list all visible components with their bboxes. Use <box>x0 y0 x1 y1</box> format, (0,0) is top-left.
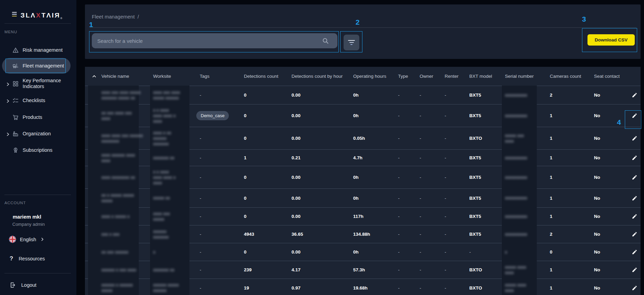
cell-owner: - <box>420 175 445 180</box>
cell-detections-by-hour: 0.00 <box>292 113 353 118</box>
menu-section-label: MENU <box>4 30 17 34</box>
cell-owner: - <box>420 113 445 118</box>
cell-owner: - <box>420 249 445 255</box>
cell-type: - <box>398 214 420 219</box>
cell-detections-count: 0 <box>244 136 292 141</box>
cell-owner: - <box>420 232 445 237</box>
cell-serial-number: xxxxx xxxxxxx <box>505 133 550 144</box>
cell-bxt-model: BXT5 <box>469 214 505 219</box>
column-header-type: Type <box>398 74 420 79</box>
resources-label: Ressources <box>18 256 45 261</box>
cell-tags: - <box>200 93 244 98</box>
annotation-label-2: 2 <box>356 18 360 26</box>
filter-button[interactable] <box>344 35 359 50</box>
sidebar-item-label: Checklists <box>23 98 72 103</box>
cell-bxt-model: BXT5 <box>469 232 505 237</box>
cell-type: - <box>398 93 420 98</box>
cell-tags: Demo_case <box>200 111 244 120</box>
column-header-detections-count-by-hour: Detections count by hour <box>292 74 353 79</box>
column-header-bxt-model: BXT model <box>469 74 505 79</box>
hamburger-menu-icon[interactable] <box>12 12 17 16</box>
cell-detections-by-hour: 0.00 <box>292 93 353 98</box>
cell-detections-count: 0 <box>244 214 292 219</box>
cell-detections-by-hour: 0.00 <box>292 196 353 201</box>
edit-row-button[interactable] <box>630 91 639 99</box>
cell-operating-hours: 19.68h <box>353 285 398 291</box>
cell-tags: - <box>200 175 244 180</box>
sidebar-item-checklists[interactable]: Checklists <box>0 94 76 107</box>
sidebar-item-key-performance-indicators[interactable]: Key Performance Indicators <box>0 77 76 90</box>
resources-link[interactable]: ? Ressources <box>10 255 45 262</box>
cell-detections-count: 239 <box>244 267 292 272</box>
filter-icon <box>348 40 355 45</box>
cell-worksite: xxxx x xxxxxxxxxxxxxxx <box>153 130 200 147</box>
search-input[interactable] <box>92 38 337 44</box>
sidebar-item-fleet-management[interactable]: Fleet management <box>0 59 76 73</box>
cell-bxt-model: BXTO <box>469 285 505 291</box>
sidebar-item-label: Key Performance Indicators <box>23 78 72 89</box>
search-box <box>92 33 337 48</box>
cell-edit <box>630 266 641 274</box>
sidebar-item-label: Subscriptions <box>23 147 72 153</box>
table-row: xxxx xxxx xxx xxxxxxxxxxxxxxxxxx x xxxxx… <box>85 127 641 149</box>
cell-seat-contact: No <box>594 196 630 201</box>
edit-row-button[interactable] <box>630 173 639 182</box>
cell-serial-number: xxxxxxxxxx <box>505 113 550 119</box>
cell-operating-hours: 117h <box>353 214 398 219</box>
edit-row-button[interactable] <box>630 212 639 221</box>
cell-serial-number: xxxxxxxxxx <box>505 175 550 180</box>
fleet-management-app: ЗLΛXTΛIЯ® MENU Risk managementFleet mana… <box>0 0 644 295</box>
sidebar-divider <box>4 273 71 273</box>
cell-cameras-count: 2 <box>550 232 594 237</box>
logout-button[interactable]: Logout <box>10 282 36 288</box>
cell-detections-by-hour: 0.21 <box>292 155 353 160</box>
column-header-vehicle-name[interactable]: Vehicle name <box>101 74 153 79</box>
cell-detections-count: 19 <box>244 285 292 291</box>
sidebar-item-products[interactable]: Products <box>0 110 76 124</box>
cell-vehicle-name: xx x xxxxx xxxxxxxxxx <box>101 193 153 204</box>
warning-triangle-icon <box>12 47 19 53</box>
table-row: xx xxx xxxx xxxxxxxx x xxxxxxxx xxxx xxx… <box>85 104 641 127</box>
cell-detections-by-hour: 0.00 <box>292 214 353 219</box>
cell-seat-contact: No <box>594 214 630 219</box>
user-role: Company admin <box>12 222 45 227</box>
edit-row-button[interactable] <box>630 248 639 256</box>
cell-worksite: xxxxx xx <box>153 195 200 201</box>
language-selector[interactable]: English <box>9 236 45 243</box>
edit-row-button[interactable] <box>630 230 639 238</box>
cell-bxt-model: BXT5 <box>469 175 505 180</box>
sidebar-item-risk-management[interactable]: Risk management <box>0 43 76 57</box>
account-section-label: ACCOUNT <box>4 201 26 205</box>
cell-vehicle-name: xxxx xxxx xxx xxxxxxxxxxxxxx <box>101 133 153 144</box>
cell-cameras-count: 1 <box>550 113 594 118</box>
annotation-label-4: 4 <box>617 118 621 126</box>
sidebar-item-organization[interactable]: Organization <box>0 127 76 140</box>
cell-detections-count: 4943 <box>244 232 292 237</box>
cell-edit <box>630 154 641 162</box>
cell-edit <box>630 134 641 143</box>
edit-row-button[interactable] <box>630 266 639 274</box>
download-csv-button[interactable]: Download CSV <box>587 34 635 46</box>
column-header-detections-count: Detections count <box>244 74 292 79</box>
search-icon <box>322 37 329 44</box>
sort-caret-up-icon[interactable] <box>92 74 97 79</box>
cell-worksite: xxxx xxxxxxxx <box>153 211 200 222</box>
sidebar-item-subscriptions[interactable]: Subscriptions <box>0 143 76 157</box>
edit-row-button[interactable] <box>630 134 639 143</box>
cell-detections-count: 0 <box>244 93 292 98</box>
annotation-label-1: 1 <box>89 21 93 29</box>
column-header-cameras-count: Cameras count <box>550 74 594 79</box>
cell-tags: - <box>200 267 244 272</box>
edit-row-button[interactable] <box>630 154 639 162</box>
edit-row-button[interactable] <box>630 194 639 202</box>
cell-worksite: x <box>153 249 200 255</box>
edit-row-button[interactable] <box>630 284 639 292</box>
cell-renter: - <box>445 93 469 98</box>
cell-tags: - <box>200 249 244 255</box>
cart-icon <box>12 114 19 121</box>
cell-cameras-count: 1 <box>550 196 594 201</box>
uk-flag-icon <box>9 236 16 243</box>
cell-worksite: xxxx xxx xxxxxxxxx xxxxxx <box>153 90 200 101</box>
factory-icon <box>12 131 19 137</box>
edit-row-button[interactable] <box>630 112 639 120</box>
